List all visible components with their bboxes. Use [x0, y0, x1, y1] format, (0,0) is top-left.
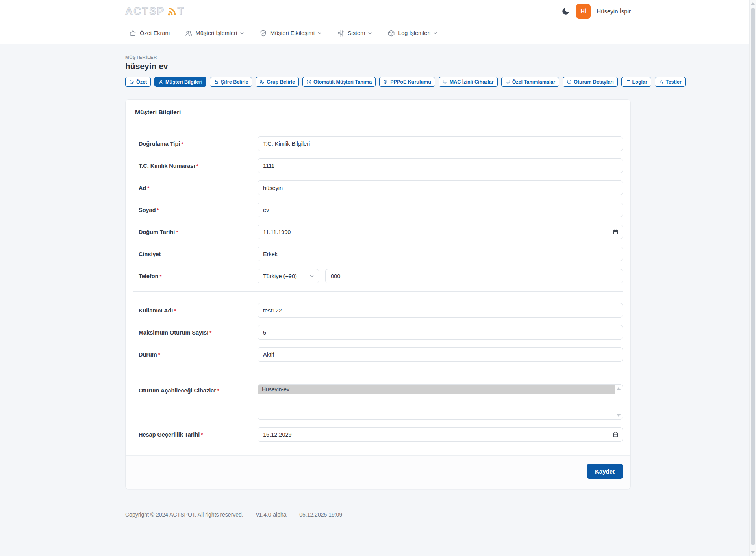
field-label: Telefon: [139, 273, 158, 279]
field-label: Maksimum Oturum Sayısı: [139, 329, 208, 336]
save-button[interactable]: Kaydet: [587, 464, 623, 479]
tab-oturum-detaylari[interactable]: Oturum Detayları: [563, 77, 617, 87]
field-label: Soyad: [139, 207, 156, 213]
form-divider: [133, 291, 623, 292]
nav-item-ozet-ekrani[interactable]: Özet Ekranı: [129, 30, 170, 37]
tab-otomatik-musteri-tanima[interactable]: Otomatik Müşteri Tanıma: [302, 77, 376, 87]
moon-icon: [561, 7, 570, 15]
cinsiyet-select[interactable]: [258, 247, 623, 261]
copyright-text: Copyright © 2024 ACTSPOT. All rights res…: [125, 511, 243, 518]
scrollbar-down-icon[interactable]: [751, 551, 755, 554]
field-label: Ad: [139, 185, 146, 191]
chevron-down-icon: [433, 31, 438, 36]
form-row-telefon: Telefon* Türkiye (+90): [133, 269, 623, 283]
top-bar: ACTSP T Hİ Hüseyin İspir: [0, 0, 756, 22]
page-title: hüseyin ev: [125, 61, 631, 71]
scrollbar-thumb[interactable]: [751, 8, 755, 545]
nav-item-musteri-islemleri[interactable]: Müşteri İşlemleri: [185, 30, 245, 37]
required-mark: *: [181, 141, 183, 147]
form-row-cihazlar: Oturum Açabileceği Cihazlar* Huseyin-ev: [133, 384, 623, 420]
kullanici-adi-input[interactable]: [258, 303, 623, 318]
phone-country-select[interactable]: Türkiye (+90): [258, 269, 319, 283]
user-area: Hİ Hüseyin İspir: [561, 4, 631, 19]
wifi-logo-icon: [167, 7, 176, 17]
durum-select[interactable]: [258, 347, 623, 362]
tab-loglar[interactable]: Loglar: [621, 77, 651, 87]
field-label: Hesap Geçerlilik Tarihi: [139, 431, 200, 438]
group-icon: [259, 79, 265, 84]
logo-text-right: T: [178, 5, 185, 17]
form-row-kullanici-adi: Kullanıcı Adı*: [133, 303, 623, 318]
form-row-hesap-gecerlilik: Hesap Geçerlilik Tarihi*: [133, 427, 623, 442]
page-footer: Copyright © 2024 ACTSPOT. All rights res…: [125, 511, 631, 518]
scrollbar-up-icon[interactable]: [751, 2, 755, 5]
form-row-maksimum-oturum: Maksimum Oturum Sayısı*: [133, 325, 623, 340]
tabs-divider: [125, 91, 631, 91]
tab-bar: Özet Müşteri Bilgileri Şifre Belirle Gru…: [125, 77, 631, 87]
field-label: T.C. Kimlik Numarası: [139, 163, 195, 169]
main-nav: Özet Ekranı Müşteri İşlemleri Müşteri Et…: [0, 22, 756, 44]
required-mark: *: [158, 352, 160, 358]
actspot-logo[interactable]: ACTSP T: [125, 5, 185, 17]
dogum-tarihi-date-input[interactable]: [258, 225, 623, 239]
page-scrollbar[interactable]: [749, 0, 756, 556]
card-title: Müşteri Bilgileri: [126, 100, 630, 125]
hesap-gecerlilik-date-input[interactable]: [258, 427, 623, 442]
tab-mac-izinli-cihazlar[interactable]: MAC İzinli Cihazlar: [439, 77, 498, 87]
required-mark: *: [159, 273, 161, 279]
chevron-down-icon: [309, 273, 315, 279]
required-mark: *: [217, 388, 219, 394]
chevron-down-icon: [317, 31, 322, 36]
tab-ozel-tanimlamalar[interactable]: Özel Tanımlamalar: [501, 77, 560, 87]
chevron-down-icon: [239, 31, 245, 36]
tab-pppoe-kurulumu[interactable]: PPPoE Kurulumu: [379, 77, 435, 87]
tab-musteri-bilgileri[interactable]: Müşteri Bilgileri: [154, 77, 206, 87]
avatar[interactable]: Hİ: [576, 4, 591, 19]
pie-icon: [129, 79, 134, 84]
required-mark: *: [176, 229, 178, 235]
lock-icon: [214, 79, 219, 84]
main-content: MÜŞTERİLER hüseyin ev Özet Müşteri Bilgi…: [0, 44, 756, 556]
nav-item-musteri-etkilesimi[interactable]: Müşteri Etkileşimi: [259, 30, 322, 37]
logo-text-left: ACTSP: [125, 5, 165, 17]
ad-input[interactable]: [258, 180, 623, 195]
flask-icon: [659, 79, 664, 84]
listbox-scroll-up-icon[interactable]: [616, 387, 621, 390]
dogrulama-tipi-select[interactable]: [258, 136, 623, 151]
phone-number-input[interactable]: [325, 269, 623, 283]
required-mark: *: [196, 163, 198, 169]
listbox-scroll-down-icon[interactable]: [616, 414, 621, 417]
form-row-dogrulama-tipi: Doğrulama Tipi*: [133, 136, 623, 151]
clock-icon: [567, 79, 572, 84]
users-icon: [185, 30, 193, 37]
package-icon: [387, 30, 395, 37]
shield-icon: [259, 30, 267, 37]
maksimum-oturum-input[interactable]: [258, 325, 623, 340]
required-mark: *: [201, 432, 203, 438]
form-row-ad: Ad*: [133, 180, 623, 195]
cihazlar-option-selected[interactable]: Huseyin-ev: [258, 385, 615, 394]
user-name[interactable]: Hüseyin İspir: [597, 8, 631, 15]
tc-kimlik-input[interactable]: [258, 158, 623, 173]
gear-icon: [383, 79, 388, 84]
monitor-icon: [505, 79, 510, 84]
form-divider: [133, 372, 623, 372]
version-text: v1.4.0-alpha: [256, 511, 286, 518]
nav-item-log-islemleri[interactable]: Log İşlemleri: [387, 30, 438, 37]
tab-ozet[interactable]: Özet: [125, 77, 151, 87]
list-icon: [625, 79, 630, 84]
field-label: Kullanıcı Adı: [139, 307, 173, 314]
footer-separator: ·: [249, 511, 251, 518]
field-label: Doğum Tarihi: [139, 229, 175, 235]
tab-testler[interactable]: Testler: [655, 77, 686, 87]
tab-sifre-belirle[interactable]: Şifre Belirle: [210, 77, 252, 87]
sliders-icon: [337, 30, 345, 37]
field-label: Cinsiyet: [139, 251, 161, 257]
cihazlar-multiselect[interactable]: Huseyin-ev: [258, 384, 623, 420]
soyad-input[interactable]: [258, 203, 623, 217]
nav-item-sistem[interactable]: Sistem: [337, 30, 372, 37]
tab-grup-belirle[interactable]: Grup Belirle: [256, 77, 299, 87]
dark-mode-toggle[interactable]: [561, 7, 570, 15]
card-footer: Kaydet: [126, 455, 630, 489]
phone-country-value: Türkiye (+90): [263, 273, 297, 279]
